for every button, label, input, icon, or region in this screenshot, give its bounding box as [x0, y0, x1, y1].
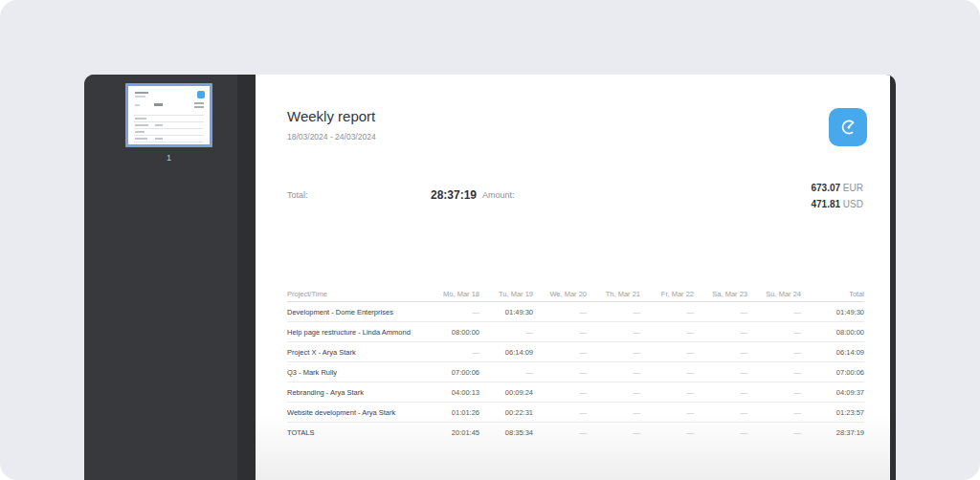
time-cell: 28:37:19 — [801, 428, 864, 437]
thumbnail-table-line — [134, 142, 204, 142]
time-cell: — — [747, 328, 801, 337]
time-cell: — — [533, 308, 587, 316]
time-cell: — — [426, 308, 479, 316]
time-cell: — — [694, 408, 747, 417]
thumbnail-table-line — [135, 118, 146, 120]
amount-currency: EUR — [840, 183, 863, 193]
table-row: Q3 - Mark Rully07:00:06——————07:00:06 — [287, 362, 864, 382]
project-cell: Help page restructure - Linda Ammond — [287, 328, 426, 337]
table-row: Development - Dome Enterprises—01:49:30—… — [287, 302, 864, 322]
time-cell: 06:14:09 — [479, 348, 533, 357]
time-cell: 01:49:30 — [479, 308, 533, 316]
thumbnail-table-line — [135, 138, 147, 140]
clockify-logo-icon — [829, 108, 867, 146]
project-cell: TOTALS — [287, 428, 426, 437]
time-cell: — — [747, 428, 801, 437]
column-header: We, Mar 20 — [533, 290, 587, 298]
column-header: Mo, Mar 18 — [426, 290, 479, 298]
total-value: 28:37:19 — [431, 188, 477, 202]
thumbnail-table-line — [135, 131, 145, 133]
time-cell: 08:35:34 — [479, 428, 533, 437]
document-page: Weekly report 18/03/2024 - 24/03/2024 To… — [256, 75, 890, 480]
time-cell: 08:00:00 — [801, 328, 864, 337]
time-cell: — — [640, 348, 694, 357]
time-cell: 07:00:06 — [426, 368, 479, 377]
amount-line: 673.07 EUR — [812, 180, 864, 196]
totals-row: TOTALS20:01:4508:35:34—————28:37:19 — [287, 423, 864, 443]
page-number-label: 1 — [125, 153, 212, 163]
thumbnail-subtitle-line — [135, 96, 145, 98]
time-cell: 04:09:37 — [801, 388, 864, 397]
time-cell: — — [533, 328, 587, 337]
time-cell: 00:09:24 — [479, 388, 533, 397]
time-cell: — — [694, 388, 747, 397]
table-body: Development - Dome Enterprises—01:49:30—… — [287, 302, 864, 443]
project-cell: Q3 - Mark Rully — [287, 368, 426, 377]
time-cell: — — [640, 388, 694, 397]
thumbnail-table-line — [155, 138, 163, 140]
time-cell: 07:00:06 — [801, 368, 864, 377]
time-cell: — — [587, 328, 640, 337]
time-cell: — — [587, 428, 640, 437]
time-cell: — — [640, 428, 694, 437]
column-header: Total — [801, 290, 864, 298]
time-cell: — — [640, 308, 694, 316]
report-title: Weekly report — [287, 108, 375, 124]
amount-value: 673.07 — [812, 183, 841, 193]
time-cell: — — [426, 348, 479, 357]
column-header: Sa, Mar 23 — [694, 290, 747, 298]
total-label: Total: — [287, 190, 308, 200]
table-row: Help page restructure - Linda Ammond08:0… — [287, 322, 864, 342]
table-row: Website development - Arya Stark01:01:26… — [287, 403, 864, 423]
table-row: Project X - Arya Stark—06:14:09—————06:1… — [287, 342, 864, 362]
time-cell: — — [533, 428, 587, 437]
time-cell: 01:01:26 — [426, 408, 479, 417]
thumbnail-table-line — [134, 128, 204, 129]
thumbnail-summary-line — [194, 102, 204, 104]
thumbnail-table-line — [135, 124, 148, 126]
time-cell: — — [587, 368, 640, 377]
project-cell: Website development - Arya Stark — [287, 408, 426, 417]
time-cell: — — [694, 348, 747, 357]
amounts-block: 673.07 EUR471.81 USD — [812, 180, 864, 212]
clock-glyph — [835, 115, 860, 140]
time-cell: — — [640, 408, 694, 417]
time-cell: — — [640, 328, 694, 337]
time-cell: 06:14:09 — [801, 348, 864, 357]
pdf-viewer-window: 1 Weekly report 18/03/2024 - 24/03/2024 … — [84, 75, 896, 480]
time-cell: — — [747, 308, 801, 316]
time-cell: — — [479, 368, 533, 377]
amount-value: 471.81 — [812, 199, 841, 209]
time-cell: — — [694, 428, 747, 437]
time-cell: — — [640, 368, 694, 377]
amount-line: 471.81 USD — [812, 196, 864, 212]
thumbnail-table-line — [134, 115, 204, 116]
time-cell: — — [587, 408, 640, 417]
time-cell: — — [694, 368, 747, 377]
thumbnail-table-line — [134, 135, 204, 136]
project-cell: Development - Dome Enterprises — [287, 308, 426, 316]
time-cell: 01:49:30 — [801, 308, 864, 316]
time-cell: 08:00:00 — [426, 328, 479, 337]
time-cell: — — [587, 308, 640, 316]
weekly-report-table: Project/TimeMo, Mar 18Tu, Mar 19We, Mar … — [287, 287, 864, 443]
time-cell: — — [587, 388, 640, 397]
project-cell: Rebranding - Arya Stark — [287, 388, 426, 397]
thumbnail-logo-mark — [197, 91, 205, 98]
project-cell: Project X - Arya Stark — [287, 348, 426, 357]
report-date-range: 18/03/2024 - 24/03/2024 — [287, 132, 376, 142]
amount-label: Amount: — [482, 190, 515, 200]
time-cell: — — [587, 348, 640, 357]
time-cell: — — [747, 388, 801, 397]
column-header: Su, Mar 24 — [747, 290, 801, 298]
time-cell: — — [533, 348, 587, 357]
table-header-row: Project/TimeMo, Mar 18Tu, Mar 19We, Mar … — [287, 287, 864, 302]
time-cell: — — [533, 388, 587, 397]
time-cell: 20:01:45 — [426, 428, 479, 437]
time-cell: 01:23:57 — [801, 408, 864, 417]
page-thumbnail[interactable] — [125, 83, 212, 147]
thumbnail-summary-line — [135, 104, 140, 106]
thumbnail-summary-line — [194, 106, 204, 108]
time-cell: — — [694, 308, 747, 316]
thumbnail-sidebar: 1 — [84, 75, 237, 480]
